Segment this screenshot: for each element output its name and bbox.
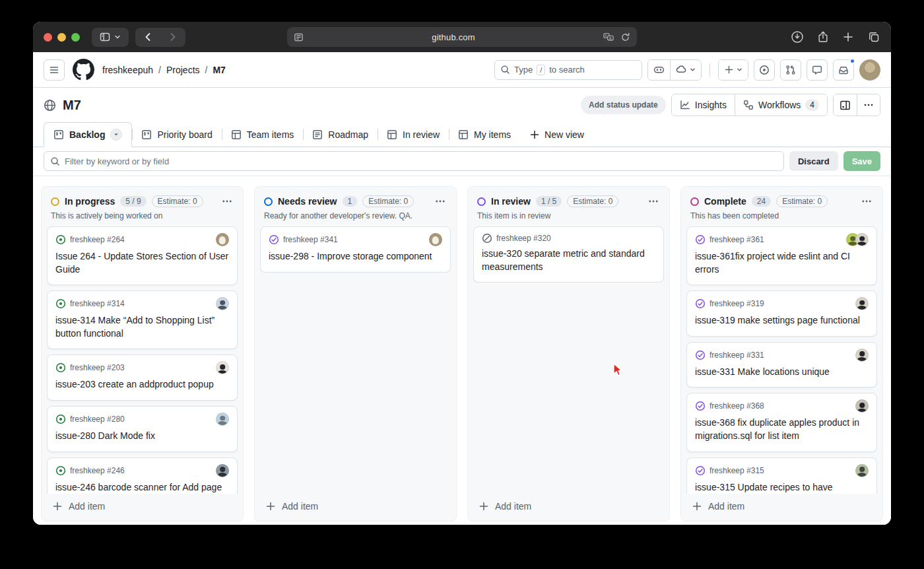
issues-button[interactable] (754, 59, 775, 81)
issue-card[interactable]: freshkeep #320issue-320 separate metric … (473, 226, 664, 283)
breadcrumb-separator: / (158, 65, 161, 75)
column-estimate-badge: Estimate: 0 (362, 195, 414, 207)
tab-team-items[interactable]: Team items (222, 122, 304, 147)
breadcrumb-projects[interactable]: Projects (166, 65, 200, 75)
downloads-icon[interactable] (791, 30, 804, 44)
issue-done-icon (695, 401, 706, 411)
ghost-avatar[interactable] (216, 233, 229, 246)
issue-card[interactable]: freshkeep #341issue-298 - Improve storag… (260, 226, 451, 273)
filter-row: Discard Save (33, 147, 891, 176)
issue-done-icon (695, 234, 706, 245)
ghost-avatar[interactable] (429, 233, 442, 246)
issue-card[interactable]: freshkeep #280issue-280 Dark Mode fix (47, 406, 238, 452)
zoom-window-button[interactable] (71, 33, 80, 42)
assignee-avatar[interactable] (855, 233, 869, 246)
column-menu-button[interactable] (860, 195, 873, 208)
reload-icon[interactable] (620, 32, 630, 42)
ghost-shape (219, 236, 226, 244)
issue-open-icon (55, 414, 66, 424)
column-menu-button[interactable] (434, 195, 447, 208)
issue-card[interactable]: freshkeep #264Issue 264 - Update Stores … (47, 226, 238, 285)
save-button[interactable]: Save (843, 151, 880, 171)
add-item-button[interactable]: Add item (47, 494, 238, 517)
sidebar-toggle-button[interactable] (92, 28, 129, 47)
issue-card[interactable]: freshkeep #246issue-246 barcode scanner … (47, 457, 238, 494)
create-new-button[interactable] (719, 60, 748, 80)
add-item-button[interactable]: Add item (686, 494, 877, 517)
assignee-avatar[interactable] (216, 361, 229, 374)
project-actions: Add status update Insights Workflows 4 (581, 94, 880, 116)
card-header: freshkeep #361 (695, 233, 869, 246)
card-repo-label: freshkeep #368 (710, 401, 764, 411)
copilot-chat-dropdown[interactable] (670, 60, 701, 80)
tab-priority-board[interactable]: Priority board (132, 122, 221, 147)
add-item-button[interactable]: Add item (473, 494, 664, 517)
browser-window: github.com Aあ freshkeepuh / Projects / M… (33, 22, 891, 525)
address-bar[interactable]: github.com Aあ (287, 27, 637, 47)
forward-button[interactable] (160, 28, 185, 47)
avatar-body (857, 473, 867, 477)
close-window-button[interactable] (44, 33, 52, 42)
minimize-window-button[interactable] (57, 33, 66, 42)
issue-card[interactable]: freshkeep #315issue-315 Update recipes t… (686, 457, 877, 494)
card-assignees (216, 297, 229, 310)
discussions-button[interactable] (807, 59, 828, 81)
avatar-head (220, 364, 225, 370)
assignee-avatar[interactable] (216, 297, 229, 310)
search-placeholder-prefix: Type (514, 65, 533, 75)
issue-card[interactable]: freshkeep #331issue-331 Make locations u… (686, 342, 877, 388)
tab-roadmap[interactable]: Roadmap (303, 122, 378, 147)
column-menu-button[interactable] (647, 195, 660, 208)
new-view-button[interactable]: New view (520, 122, 593, 147)
global-nav-menu-button[interactable] (44, 59, 65, 81)
assignee-avatar[interactable] (216, 464, 229, 477)
reader-mode-icon[interactable] (294, 32, 304, 42)
side-panel-button[interactable] (834, 94, 857, 116)
tab-overview-icon[interactable] (867, 30, 880, 44)
assignee-avatar[interactable] (855, 464, 869, 477)
pull-requests-button[interactable] (780, 59, 801, 81)
assignee-avatar[interactable] (855, 297, 869, 310)
github-logo[interactable] (73, 59, 94, 81)
copilot-button[interactable] (648, 60, 670, 80)
issue-card[interactable]: freshkeep #361issue-361fix project wide … (686, 226, 877, 285)
user-avatar[interactable] (859, 59, 880, 81)
comment-icon (812, 65, 822, 75)
column-status-dot (477, 197, 486, 206)
card-title: issue-246 barcode scanner for Add page (55, 481, 229, 494)
insights-button[interactable]: Insights (672, 94, 735, 116)
global-search-input[interactable]: Type / to search (494, 60, 642, 80)
workflows-button[interactable]: Workflows 4 (735, 94, 827, 116)
issue-card[interactable]: freshkeep #368issue-368 fix duplicate ap… (686, 393, 877, 452)
project-menu-button[interactable] (857, 94, 880, 116)
add-status-update-button[interactable]: Add status update (581, 96, 666, 114)
back-button[interactable] (135, 28, 160, 47)
card-title: Issue 264 - Update Stores Section of Use… (55, 250, 229, 276)
assignee-avatar[interactable] (855, 349, 869, 362)
issue-card[interactable]: freshkeep #314issue-314 Make “Add to Sho… (47, 290, 238, 349)
tab-in-review[interactable]: In review (378, 122, 449, 147)
caret-down-icon (113, 131, 119, 138)
card-repo-label: freshkeep #280 (70, 415, 125, 424)
avatar-head (850, 236, 855, 242)
issue-card[interactable]: freshkeep #319issue-319 make settings pa… (686, 290, 877, 337)
chevron-down-icon (737, 67, 742, 73)
filter-input[interactable] (65, 156, 777, 166)
discard-button[interactable]: Discard (789, 151, 838, 171)
chevron-right-icon (169, 32, 177, 42)
issue-card[interactable]: freshkeep #203issue-203 create an addpro… (47, 354, 238, 401)
notifications-button[interactable] (833, 59, 854, 81)
column-count-badge: 1 (343, 196, 358, 207)
breadcrumb-page[interactable]: M7 (213, 65, 225, 75)
add-item-button[interactable]: Add item (260, 494, 451, 517)
translate-icon[interactable]: Aあ (603, 32, 614, 42)
assignee-avatar[interactable] (855, 399, 869, 413)
tab-backlog[interactable]: Backlog (44, 122, 132, 147)
tab-my-items[interactable]: My items (449, 122, 520, 147)
new-tab-icon[interactable] (842, 31, 854, 43)
column-menu-button[interactable] (220, 195, 234, 208)
tab-options-button[interactable] (110, 129, 122, 141)
share-icon[interactable] (817, 30, 829, 44)
assignee-avatar[interactable] (216, 413, 229, 426)
breadcrumb-account[interactable]: freshkeepuh (102, 65, 153, 75)
